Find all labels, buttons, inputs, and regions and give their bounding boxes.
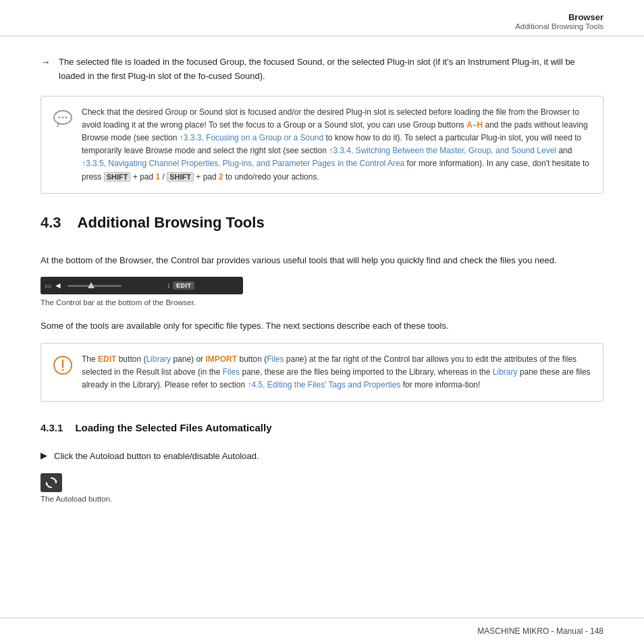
speaker-icon: ◄ xyxy=(54,281,62,290)
shift-key-2: SHIFT xyxy=(167,172,194,182)
svg-point-7 xyxy=(62,369,64,371)
speech-bubble-icon xyxy=(52,107,74,129)
autoload-button-image xyxy=(41,473,62,492)
header-subtitle: Additional Browsing Tools xyxy=(515,22,603,30)
link-3335[interactable]: ↑3.3.5, Navigating Channel Properties, P… xyxy=(82,159,404,168)
pad-1: 1 xyxy=(156,172,161,182)
edit-button[interactable]: EDIT xyxy=(173,281,195,290)
footer-text: MASCHINE MIKRO - Manual - 148 xyxy=(477,626,603,636)
screen-icon: ▭ xyxy=(45,281,51,290)
autoload-caption: The Autoload button. xyxy=(41,495,603,503)
svg-line-1 xyxy=(57,124,59,127)
library-link-2: Library xyxy=(493,367,518,377)
control-bar-wrapper: ▭ ◄ ℹ EDIT xyxy=(41,277,603,294)
slider-thumb xyxy=(88,282,95,288)
control-bar-caption: The Control bar at the bottom of the Bro… xyxy=(41,298,603,306)
page-header: Browser Additional Browsing Tools xyxy=(0,0,644,36)
section-431-heading: 4.3.1 Loading the Selected Files Automat… xyxy=(41,417,603,441)
arrow-section: → The selected file is loaded in the foc… xyxy=(41,55,603,84)
warning-box-text: The EDIT button (Library pane) or IMPORT… xyxy=(82,353,592,392)
import-label: IMPORT xyxy=(205,354,237,364)
info-box-text: Check that the desired Group or Sound sl… xyxy=(82,106,592,184)
files-link-2: Files xyxy=(223,367,240,377)
shift-key-1: SHIFT xyxy=(104,172,131,182)
autoload-icon xyxy=(45,476,58,489)
arrow-symbol: → xyxy=(41,56,51,84)
edit-label: EDIT xyxy=(98,354,116,364)
link-3333[interactable]: ↑3.3.3, Focusing on a Group or a Sound xyxy=(180,133,323,142)
triangle-symbol: ▶ xyxy=(41,450,47,464)
svg-point-4 xyxy=(65,116,68,118)
triangle-section: ▶ Click the Autoload button to enable/di… xyxy=(41,450,603,464)
info-circle-icon: ℹ xyxy=(167,282,170,290)
body-text-tools: Some of the tools are available only for… xyxy=(41,319,603,333)
page-footer: MASCHINE MIKRO - Manual - 148 xyxy=(0,618,644,644)
warning-box: The EDIT button (Library pane) or IMPORT… xyxy=(41,343,603,402)
files-link-1: Files xyxy=(267,354,284,364)
triangle-text: Click the Autoload button to enable/disa… xyxy=(54,450,259,464)
exclamation-icon xyxy=(52,354,74,376)
section-431-number: 4.3.1 xyxy=(41,422,63,433)
arrow-text: The selected file is loaded in the focus… xyxy=(59,55,603,84)
info-box: Check that the desired Group or Sound sl… xyxy=(41,96,603,194)
pad-2: 2 xyxy=(219,172,223,182)
link-3334[interactable]: ↑3.3.4, Switching Between the Master, Gr… xyxy=(329,146,556,155)
section-43-number: 4.3 xyxy=(41,214,61,232)
svg-point-3 xyxy=(62,116,64,118)
autoload-btn-wrapper: The Autoload button. xyxy=(41,473,603,503)
volume-slider[interactable] xyxy=(68,285,122,287)
page-content: → The selected file is loaded in the foc… xyxy=(0,36,644,618)
svg-point-2 xyxy=(59,116,61,118)
header-title: Browser xyxy=(568,12,603,22)
control-bar-image: ▭ ◄ ℹ EDIT xyxy=(41,277,243,294)
section-431-title: Loading the Selected Files Automatically xyxy=(75,422,271,433)
highlight-ah: A–H xyxy=(466,120,483,130)
link-45[interactable]: ↑4.5, Editing the Files' Tags and Proper… xyxy=(247,380,400,390)
library-link-1: Library xyxy=(146,354,171,364)
page-container: Browser Additional Browsing Tools → The … xyxy=(0,0,644,644)
body-text-43: At the bottom of the Browser, the Contro… xyxy=(41,253,603,267)
section-43-heading: 4.3 Additional Browsing Tools xyxy=(41,209,603,242)
section-43-title: Additional Browsing Tools xyxy=(78,214,265,232)
